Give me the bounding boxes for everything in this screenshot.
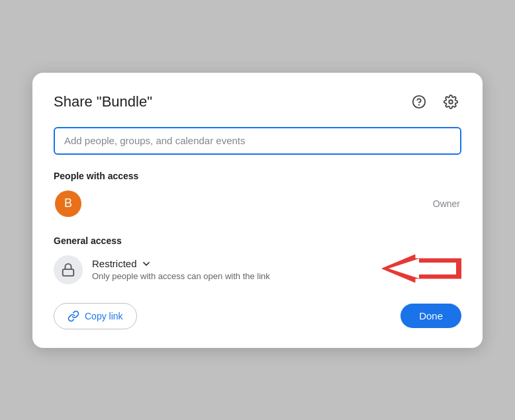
people-section-label: People with access (54, 171, 461, 181)
svg-point-2 (449, 100, 453, 104)
general-access-section: General access Restricted (54, 235, 461, 284)
share-dialog: Share "Bundle" People with access B (32, 73, 483, 348)
search-input-wrapper (54, 127, 461, 155)
copy-link-label: Copy link (85, 311, 123, 321)
done-button[interactable]: Done (400, 304, 461, 328)
lock-icon (61, 263, 75, 277)
settings-button[interactable] (440, 91, 461, 112)
footer: Copy link Done (54, 303, 461, 329)
lock-icon-circle (54, 255, 83, 284)
add-people-input[interactable] (64, 135, 451, 146)
red-arrow-icon (375, 253, 461, 284)
access-row: Restricted Only people with access can o… (54, 255, 461, 284)
help-button[interactable] (408, 91, 430, 112)
help-icon (412, 95, 426, 109)
dialog-header: Share "Bundle" (54, 91, 461, 112)
owner-label: Owner (433, 198, 460, 209)
arrow-annotation (375, 253, 461, 286)
chevron-down-icon (141, 259, 152, 269)
access-type-label: Restricted (92, 258, 137, 269)
svg-rect-3 (63, 269, 74, 276)
dialog-title: Share "Bundle" (54, 93, 152, 110)
general-access-label: General access (54, 235, 461, 246)
access-type-dropdown[interactable] (141, 259, 152, 269)
people-row: B Owner (54, 190, 461, 217)
copy-link-button[interactable]: Copy link (54, 303, 137, 329)
header-icons (408, 91, 461, 112)
gear-icon (444, 95, 458, 109)
link-icon (68, 310, 79, 322)
avatar: B (55, 190, 81, 217)
